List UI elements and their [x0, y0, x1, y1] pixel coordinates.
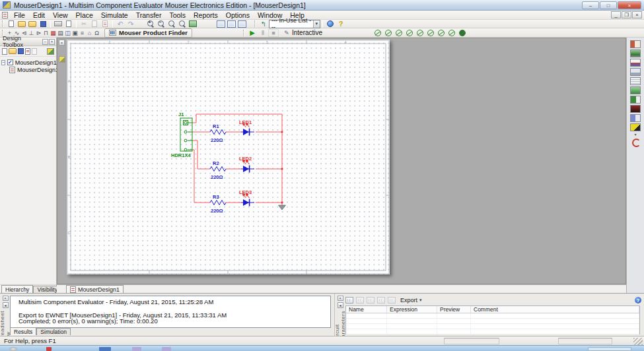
spreadsheet-view-toggle-button[interactable]: [226, 20, 236, 28]
probe-current-button[interactable]: [383, 29, 394, 37]
circuit-parameters-close-button[interactable]: ×: [338, 296, 343, 301]
probe-digital-button[interactable]: [436, 29, 447, 37]
instrument-multimeter-button[interactable]: [630, 40, 641, 48]
toolbar-grip[interactable]: [2, 20, 4, 27]
column-preview[interactable]: Preview: [437, 306, 471, 313]
toolbar-grip[interactable]: [243, 30, 245, 36]
start-button[interactable]: [9, 347, 17, 351]
instrument-current-clamp-button[interactable]: [630, 138, 641, 146]
place-connector-button[interactable]: [93, 29, 100, 37]
design-toolbox-toggle-button[interactable]: [215, 20, 226, 28]
place-mixed-button[interactable]: [64, 29, 71, 37]
taskbar-icon[interactable]: [46, 347, 52, 351]
print-preview-button[interactable]: [63, 20, 74, 28]
place-power-button[interactable]: [79, 29, 86, 37]
circuit-parameters-collapse-button[interactable]: [338, 302, 343, 308]
tree-child-label[interactable]: MouserDesign1: [17, 67, 59, 73]
design-toolbox-minimize-button[interactable]: –: [42, 39, 48, 45]
interactive-button[interactable]: Interactive: [292, 29, 322, 36]
minimize-button[interactable]: –: [582, 1, 599, 9]
taskbar-icon[interactable]: [162, 347, 171, 351]
param-move-down-button[interactable]: [377, 297, 385, 303]
tab-simulation[interactable]: Simulation: [36, 328, 71, 335]
canvas-side-button[interactable]: ×: [59, 40, 65, 46]
instrument-more-arrow[interactable]: [633, 132, 638, 137]
sheet-tab-mouserdesign1[interactable]: MouserDesign1: [66, 285, 124, 293]
instrument-logic-analyzer-button[interactable]: [630, 105, 641, 113]
resize-grip[interactable]: [633, 338, 643, 345]
spreadsheet-close-button[interactable]: ×: [3, 296, 9, 301]
taskbar-icon[interactable]: [99, 347, 111, 351]
column-comment[interactable]: Comment: [471, 306, 639, 313]
undo-button[interactable]: [115, 20, 125, 28]
spreadsheet-collapse-button[interactable]: [3, 302, 9, 308]
tab-results[interactable]: Results: [10, 327, 36, 335]
component-led3[interactable]: [241, 193, 254, 206]
menu-reports[interactable]: Reports: [190, 11, 222, 19]
taskbar-tray[interactable]: [588, 347, 631, 351]
tree-root-item[interactable]: − MouserDesign1: [1, 59, 55, 66]
zoom-fit-button[interactable]: [177, 20, 188, 28]
param-add-button[interactable]: [345, 297, 353, 303]
instrument-function-generator-button[interactable]: [630, 49, 641, 57]
info-ball-button[interactable]: [325, 20, 336, 28]
table-row[interactable]: [346, 319, 639, 324]
component-r2[interactable]: [210, 167, 226, 172]
param-renumber-button[interactable]: [388, 297, 396, 303]
menu-file[interactable]: File: [10, 11, 29, 19]
place-misc-digital-button[interactable]: [57, 29, 64, 37]
paste-button[interactable]: [100, 20, 110, 28]
close-button[interactable]: ×: [618, 1, 641, 9]
probe-all-button[interactable]: [447, 29, 457, 37]
dt-close-sheet-button[interactable]: [25, 48, 30, 55]
instrument-bode-plotter-button[interactable]: [630, 86, 641, 94]
instrument-wattmeter-button[interactable]: [630, 59, 641, 67]
zoom-out-button[interactable]: −: [156, 20, 166, 28]
table-row[interactable]: [346, 324, 639, 329]
probe-power-button[interactable]: [394, 29, 404, 37]
column-name[interactable]: Name: [346, 306, 387, 313]
param-delete-button[interactable]: [356, 297, 364, 303]
stop-button[interactable]: [268, 29, 279, 37]
circuit-wires[interactable]: [192, 114, 282, 205]
component-r1[interactable]: [210, 130, 226, 135]
tree-child-item[interactable]: MouserDesign1: [1, 66, 55, 73]
zoom-area-button[interactable]: [166, 20, 177, 28]
open-sample-button[interactable]: [27, 20, 38, 28]
probe-voltage-current-button[interactable]: [415, 29, 425, 37]
open-button[interactable]: [17, 20, 27, 28]
fullscreen-button[interactable]: [188, 20, 198, 28]
new-button[interactable]: [6, 20, 17, 28]
print-button[interactable]: [53, 20, 63, 28]
menu-place[interactable]: Place: [72, 11, 97, 19]
instrument-logic-converter-button[interactable]: [630, 114, 641, 122]
menu-transfer[interactable]: Transfer: [132, 11, 166, 19]
copy-button[interactable]: [89, 20, 100, 28]
table-row[interactable]: [346, 329, 639, 335]
instrument-frequency-counter-button[interactable]: [630, 96, 641, 104]
maximize-button[interactable]: □: [600, 1, 617, 9]
combo-arrow-icon[interactable]: [313, 20, 320, 28]
dt-save-button[interactable]: [18, 48, 24, 54]
circuit-parameters-help-button[interactable]: [635, 297, 641, 303]
toolbar-grip[interactable]: [254, 20, 256, 27]
dt-options-button[interactable]: [47, 48, 54, 55]
mdi-restore-button[interactable]: ❐: [622, 11, 631, 18]
menu-edit[interactable]: Edit: [29, 11, 49, 19]
dt-delete-button[interactable]: [32, 48, 37, 55]
tree-expander-icon[interactable]: −: [1, 60, 5, 65]
results-log[interactable]: Multisim Component Evaluator - Friday, A…: [10, 296, 331, 328]
place-misc-button[interactable]: [86, 29, 93, 37]
component-j1[interactable]: [180, 118, 192, 151]
mdi-close-button[interactable]: ×: [632, 11, 642, 18]
param-move-up-button[interactable]: [367, 297, 375, 303]
menu-options[interactable]: Options: [222, 11, 254, 19]
place-cmos-button[interactable]: [50, 29, 57, 37]
table-row[interactable]: [346, 313, 639, 319]
in-use-list-combo[interactable]: --- In-Use List ---: [269, 20, 320, 28]
parameters-table[interactable]: Name Expression Preview Comment: [345, 305, 640, 335]
column-expression[interactable]: Expression: [387, 306, 437, 313]
export-button[interactable]: Export: [398, 296, 424, 304]
cut-button[interactable]: [79, 20, 89, 28]
zoom-in-button[interactable]: +: [145, 20, 156, 28]
